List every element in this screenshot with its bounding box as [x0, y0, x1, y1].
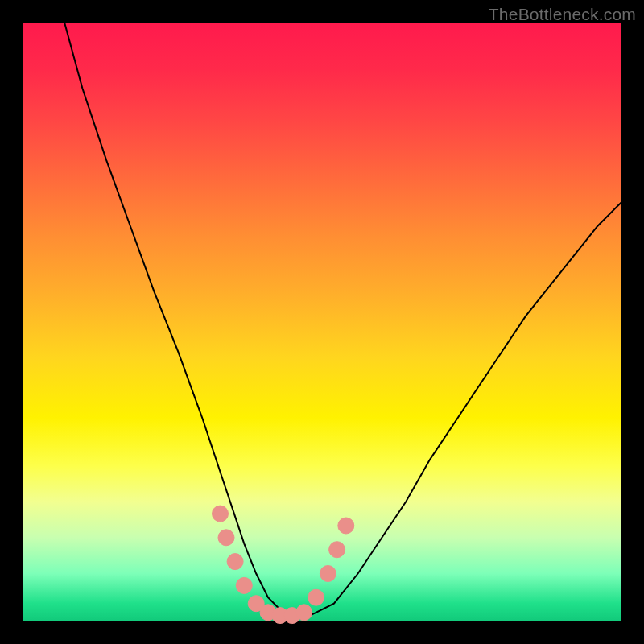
watermark-text: TheBottleneck.com: [489, 5, 636, 24]
marker-dot: [338, 518, 354, 534]
marker-dot: [308, 589, 324, 605]
marker-dot: [213, 506, 229, 522]
marker-dot: [320, 566, 336, 582]
curve-svg: [23, 23, 621, 621]
marker-group: [213, 506, 354, 624]
marker-dot: [218, 530, 234, 546]
marker-dot: [296, 605, 312, 621]
chart-stage: TheBottleneck.com: [0, 0, 644, 644]
plot-area: [23, 23, 621, 621]
marker-dot: [329, 542, 345, 558]
marker-dot: [227, 554, 243, 570]
marker-dot: [236, 577, 252, 593]
